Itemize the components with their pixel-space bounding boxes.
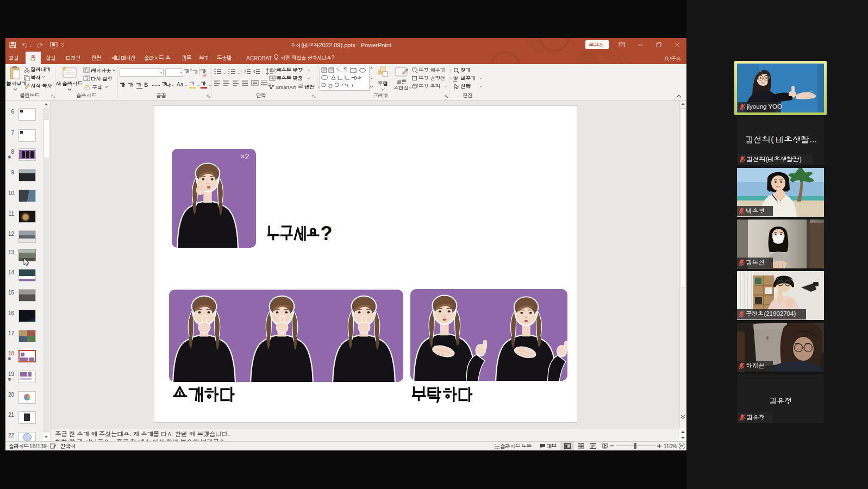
svg-text:2022.09).pptx - PowerPoint: 2022.09).pptx - PowerPoint — [319, 42, 391, 48]
svg-text:jiyoung YOO: jiyoung YOO — [747, 104, 782, 110]
svg-text:(: ( — [301, 42, 303, 48]
svg-text:.: . — [228, 431, 230, 437]
svg-text:.: . — [130, 431, 132, 437]
svg-text:(: ( — [771, 135, 774, 144]
svg-text:): ) — [800, 156, 802, 163]
svg-text:(: ( — [766, 156, 768, 163]
svg-text:18/139: 18/139 — [29, 443, 47, 449]
svg-text:(21902704): (21902704) — [764, 311, 796, 317]
svg-text:?: ? — [332, 55, 335, 61]
svg-text:?: ? — [321, 224, 333, 244]
svg-text:...: ... — [809, 135, 816, 144]
